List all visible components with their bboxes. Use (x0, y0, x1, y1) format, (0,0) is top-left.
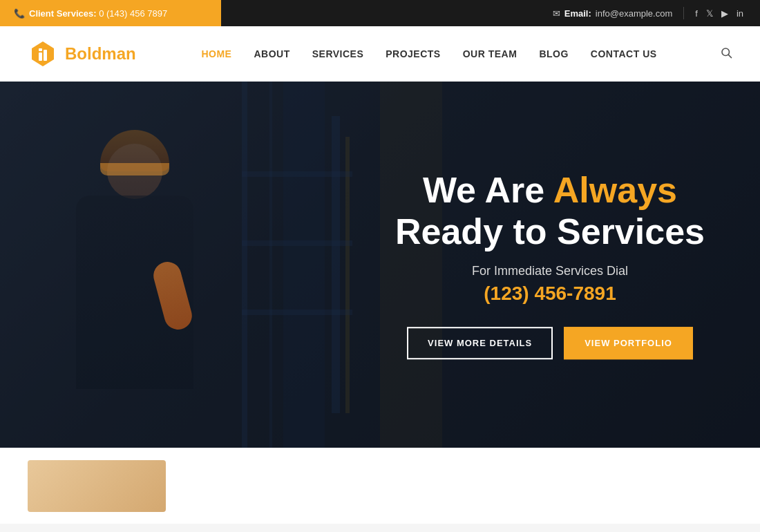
email-area: ✉ Email: info@example.com (553, 8, 672, 19)
nav-our-team[interactable]: OUR TEAM (463, 48, 517, 59)
svg-line-4 (728, 55, 731, 57)
svg-rect-0 (39, 53, 42, 61)
svg-rect-1 (44, 50, 47, 61)
client-services-text: Client Services: 0 (143) 456 7897 (29, 8, 167, 19)
logo-text: Boldman (65, 44, 136, 64)
bottom-card-preview (28, 460, 166, 512)
email-label: Email: (564, 8, 591, 19)
social-icons: f 𝕏 ▶ in (695, 8, 743, 19)
nav-home[interactable]: HOME (201, 48, 231, 59)
facebook-icon[interactable]: f (695, 8, 698, 19)
youtube-icon[interactable]: ▶ (721, 8, 728, 19)
view-portfolio-button[interactable]: VIEW PORTFOLIO (564, 327, 693, 359)
svg-rect-2 (39, 48, 42, 51)
top-bar-left: 📞 Client Services: 0 (143) 456 7897 (0, 0, 221, 26)
twitter-icon[interactable]: 𝕏 (706, 8, 713, 19)
logo-icon (28, 39, 58, 69)
email-address: info@example.com (596, 8, 672, 19)
social-divider (683, 7, 684, 19)
nav-about[interactable]: ABOUT (254, 48, 289, 59)
hero-content: We Are Always Ready to Services For Imme… (395, 170, 705, 359)
header: Boldman HOME ABOUT SERVICES PROJECTS OUR… (0, 26, 760, 82)
hero-buttons: VIEW MORE DETAILS VIEW PORTFOLIO (395, 327, 705, 359)
linkedin-icon[interactable]: in (737, 8, 743, 19)
bottom-section (0, 448, 760, 524)
nav-blog[interactable]: BLOG (539, 48, 568, 59)
main-nav: HOME ABOUT SERVICES PROJECTS OUR TEAM BL… (152, 48, 706, 59)
nav-projects[interactable]: PROJECTS (386, 48, 440, 59)
email-icon: ✉ (553, 8, 560, 19)
search-button[interactable] (720, 46, 732, 61)
phone-number: 0 (143) 456 7897 (99, 8, 167, 19)
nav-contact-us[interactable]: CONTACT US (591, 48, 657, 59)
hero-section: We Are Always Ready to Services For Imme… (0, 82, 760, 448)
logo[interactable]: Boldman (28, 39, 152, 69)
top-bar-right: ✉ Email: info@example.com f 𝕏 ▶ in (221, 7, 760, 19)
phone-icon: 📞 (14, 8, 25, 19)
worker-helmet-visor (100, 163, 169, 175)
hero-title-highlight: Always (553, 170, 677, 210)
hero-subtitle: For Immediate Services Dial (395, 264, 705, 278)
view-more-details-button[interactable]: VIEW MORE DETAILS (407, 327, 553, 359)
hero-phone: (123) 456-7891 (395, 283, 705, 305)
hero-title: We Are Always Ready to Services (395, 170, 705, 253)
nav-services[interactable]: SERVICES (312, 48, 364, 59)
hero-title-part2: Ready to Services (395, 211, 705, 251)
top-bar: 📞 Client Services: 0 (143) 456 7897 ✉ Em… (0, 0, 760, 26)
